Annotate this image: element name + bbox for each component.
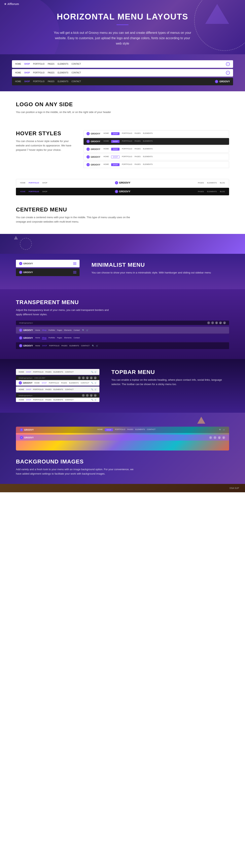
tb3-contact: CONTACT <box>65 389 73 391</box>
topbar-social-4-2: t <box>86 394 89 397</box>
tn2-portfolio: Portfolio <box>49 337 55 339</box>
trans-bar-1: G GROOVY Home Shop Portfolio Pages Eleme… <box>16 327 229 334</box>
trans-search-3[interactable]: 🔍 <box>92 345 94 347</box>
trans-search-1[interactable]: 🔍 <box>82 329 85 331</box>
hn4-portfolio: PORTFOLIO <box>122 156 132 158</box>
bg-menu-overlay: G GROOVY HOME SHOP PORTFOLIO PAGES ELEME… <box>16 427 229 433</box>
hover-nav-3: HOME SHOP PORTFOLIO PAGES ELEMENTS <box>103 148 153 151</box>
nav-portfolio-3: PORTFOLIO <box>33 80 44 83</box>
nav-shop-active-3: SHOP <box>24 80 30 83</box>
groovy-circle-3: G <box>87 148 90 151</box>
topbar-social-5: p <box>94 376 97 379</box>
tb3-search[interactable]: 🔍 <box>91 389 93 391</box>
topbar-bar-3: HOME SHOP PORTFOLIO PAGES ELEMENTS CONTA… <box>16 386 99 393</box>
menu-bar-2: HOME SHOP PORTFOLIO PAGES ELEMENTS CONTA… <box>12 69 233 76</box>
tb1-cart[interactable]: 🛒 <box>94 371 97 373</box>
menu-nav-2: HOME SHOP PORTFOLIO PAGES ELEMENTS CONTA… <box>15 72 81 74</box>
trans-topbar: info@myproperty.io f t in g+ p <box>16 321 229 325</box>
bg-groovy-icon: G <box>20 428 23 431</box>
bg-search-icon[interactable]: 🔍 <box>219 429 221 431</box>
hn5-home: HOME <box>103 163 109 166</box>
cn-shop: SHOP <box>42 182 48 184</box>
tn1-shop: Shop <box>42 329 47 331</box>
tb2-cart[interactable]: 🛒 <box>94 382 97 384</box>
tb1-portfolio: PORTFOLIO <box>33 371 43 373</box>
groovy-circle-1: G <box>87 132 90 135</box>
social-icon-2: t <box>211 321 214 324</box>
tn3-portfolio: PORTFOLIO <box>49 345 59 347</box>
minimalist-text-col: MINIMALIST MENU You can choose to show y… <box>91 260 229 275</box>
hn2-pages: PAGES <box>134 140 141 143</box>
tb3-cart[interactable]: 🛒 <box>94 389 97 391</box>
topbar-icons-4: 🔍 🛒 <box>91 399 97 401</box>
transparent-title: TRANSPERENT MENU <box>16 299 229 306</box>
hover-nav-1: HOME SHOP PORTFOLIO PAGES ELEMENTS <box>103 132 153 135</box>
centered-menu-title: CENTERED MENU <box>16 207 229 213</box>
tb4-cart[interactable]: 🛒 <box>94 399 97 401</box>
center-groovy-icon: G <box>115 181 118 184</box>
mini-groovy-1: G GROOVY <box>19 262 33 265</box>
bg-cart-icon[interactable]: 🛒 <box>223 429 225 431</box>
tb1-search[interactable]: 🔍 <box>91 371 93 373</box>
bg-text-block: BACKGROUND IMAGES Add variety and a fres… <box>16 459 229 476</box>
topbar-nav-2: HOME SHOP PORTFOLIO PAGES ELEMENTS CONTA… <box>34 382 89 384</box>
topbar-bar-1: HOME SHOP PORTFOLIO PAGES ELEMENTS CONTA… <box>16 369 99 375</box>
menu-search-icon[interactable]: ⊕ <box>226 62 230 66</box>
centered-menu-mockups: HOME PORTFOLIO SHOP G GROOVY PAGES ELEME… <box>0 175 245 200</box>
hover-row-4: G GROOVY HOME SHOP PORTFOLIO PAGES ELEME… <box>84 154 229 160</box>
hn3-pages: PAGES <box>134 148 141 151</box>
tn2-elements: Elements <box>64 337 71 339</box>
menu-search-icon-2[interactable]: ⊕ <box>226 71 230 75</box>
tb2-shop: SHOP <box>42 382 47 384</box>
tb2-search[interactable]: 🔍 <box>91 382 93 384</box>
nav-contact-2: CONTACT <box>71 72 81 74</box>
menu-nav-3: HOME SHOP PORTFOLIO PAGES ELEMENTS CONTA… <box>15 80 81 83</box>
topbar-bar-2: info@myproperty.io 1 800-123-4567 f t g … <box>16 376 99 386</box>
hamburger-icon-1[interactable] <box>73 262 76 265</box>
minimalist-mockups-col: G GROOVY G GROOVY <box>16 260 80 277</box>
tb4-search[interactable]: 🔍 <box>91 399 93 401</box>
bg-groovy-icon-2: G <box>20 436 23 439</box>
topbar-phone: 1 800-123-4567 <box>34 377 45 379</box>
hamburger-icon-2[interactable] <box>73 271 76 274</box>
hamburger-line-dark-3 <box>73 273 76 274</box>
hover-row-1: G GROOVY HOME SHOP PORTFOLIO PAGES ELEME… <box>84 130 229 137</box>
topbar-email: info@myproperty.io <box>19 377 32 379</box>
footer-bar: DSA SUP <box>0 484 245 492</box>
topbar-top-row-2: info@myproperty.io 1 800-123-4567 f t g … <box>16 376 99 380</box>
hamburger-line-2 <box>73 264 76 264</box>
trans-groovy-icon-2: G <box>19 336 22 340</box>
trans-cart-3[interactable]: 🛒 <box>96 345 98 347</box>
trans-nav-2: Home Shop Portfolio Pages Elements Conta… <box>35 337 80 339</box>
minimalist-section: G GROOVY G GROOVY <box>0 254 245 289</box>
trans-icons-1: 🔍 🛒 <box>82 329 89 331</box>
nav-elements: ELEMENTS <box>58 63 68 65</box>
tb4-home: HOME <box>19 399 24 401</box>
hamburger-line-dark-1 <box>73 271 76 272</box>
centered-nav-right: PAGES ELEMENTS BLOG <box>198 182 225 184</box>
centered-menu-text-section: CENTERED MENU You can create a centered … <box>0 200 245 234</box>
tb3-pages: PAGES <box>45 389 51 391</box>
hamburger-line-1 <box>73 262 76 263</box>
social-icon-4: g+ <box>219 321 222 324</box>
bg-menu-overlay-2: G GROOVY f t g p <box>16 435 229 440</box>
topbar-text-col: TOPBAR MENU You can enable a topbar on t… <box>111 369 229 386</box>
trans-bar-2: G GROOVY Home Shop Portfolio Pages Eleme… <box>16 335 229 341</box>
hover-text-block: HOVER STYLES You can choose a hover styl… <box>16 130 71 152</box>
menu-bar-1: HOME SHOP PORTFOLIO PAGES ELEMENTS CONTA… <box>12 60 233 68</box>
groovy-mini-4: G GROOVY <box>87 155 100 158</box>
transparent-desc: Adjust the transparency level of your me… <box>16 308 115 317</box>
trans-cart-1[interactable]: 🛒 <box>86 329 89 331</box>
cn-blog: BLOG <box>220 182 225 184</box>
centered-nav-left-dark: HOME PORTFOLIO SHOP <box>20 190 47 192</box>
tn2-home: Home <box>35 337 40 339</box>
topbar-nav-3: HOME SHOP PORTFOLIO PAGES ELEMENTS CONTA… <box>19 389 73 391</box>
tn3-home: Home <box>35 345 40 347</box>
nav-shop-active-2: SHOP <box>24 72 30 74</box>
topbar-nav-4: HOME SHOP PORTFOLIO PAGES ELEMENTS CONTA… <box>19 399 73 401</box>
topbar-bar-4: info@myproperty.io f t g p HOME SHOP POR… <box>16 393 99 402</box>
topbar-social-3: g <box>86 376 89 379</box>
bg-nav-elements: ELEMENTS <box>135 428 145 431</box>
tb3-home: HOME <box>19 389 24 391</box>
centered-logo-white: G GROOVY <box>115 181 130 184</box>
